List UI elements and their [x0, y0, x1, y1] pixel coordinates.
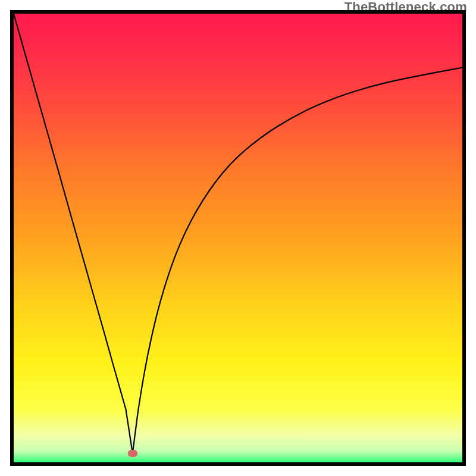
curve-layer — [14, 14, 462, 462]
chart-root: TheBottleneck.com — [0, 0, 476, 476]
plot-area — [14, 14, 462, 462]
minimum-marker — [128, 450, 137, 457]
curve-right-branch — [133, 67, 462, 453]
curve-left-branch — [14, 14, 133, 453]
